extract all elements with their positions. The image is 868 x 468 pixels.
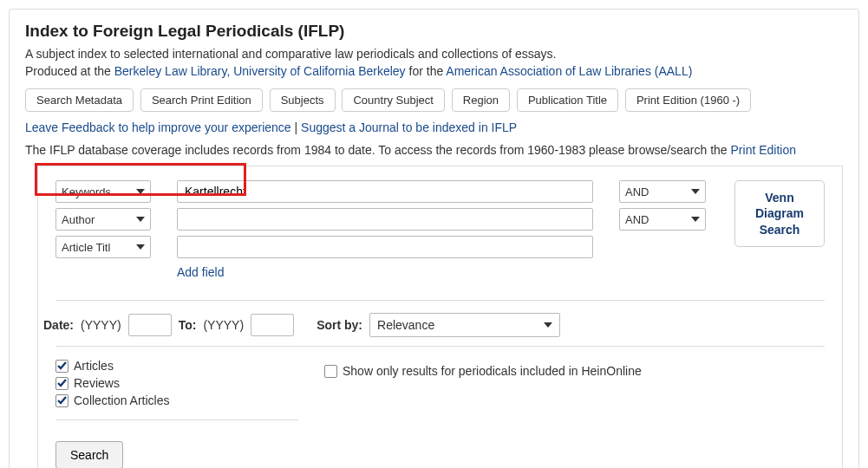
checkbox-articles[interactable]: Articles: [55, 359, 324, 373]
date-to-hint: (YYYY): [203, 318, 244, 332]
tab-search-metadata[interactable]: Search Metadata: [25, 88, 134, 112]
search-panel: Index to Foreign Legal Periodicals (IFLP…: [9, 9, 859, 468]
suggest-journal-link[interactable]: Suggest a Journal to be indexed in IFLP: [301, 120, 517, 134]
chevron-down-icon: [136, 244, 145, 250]
field-select-0-value: Keywords: [62, 185, 111, 198]
tab-search-print-edition[interactable]: Search Print Edition: [140, 88, 263, 112]
field-select-0[interactable]: Keywords: [55, 180, 151, 203]
operator-select-1[interactable]: AND: [619, 208, 706, 231]
divider: [55, 419, 298, 420]
search-row-2: Article Titl: [55, 236, 734, 258]
divider: [55, 300, 825, 301]
divider: [55, 346, 825, 347]
chevron-down-icon: [136, 217, 145, 222]
operator-select-0-value: AND: [625, 185, 649, 198]
desc-prefix: Produced at the: [25, 64, 114, 78]
tab-print-edition[interactable]: Print Edition (1960 -): [625, 88, 751, 112]
filters-row: Date: (YYYY) To: (YYYY) Sort by: Relevan…: [43, 313, 825, 337]
checkbox-reviews[interactable]: Reviews: [55, 376, 324, 390]
add-field-link[interactable]: Add field: [177, 265, 224, 279]
to-label: To:: [179, 318, 197, 332]
feedback-row: Leave Feedback to help improve your expe…: [25, 120, 843, 134]
checkbox-icon: [55, 394, 69, 407]
berkeley-link[interactable]: Berkeley Law Library, University of Cali…: [114, 64, 406, 78]
tab-publication-title[interactable]: Publication Title: [517, 88, 618, 112]
chevron-down-icon: [691, 189, 700, 194]
coverage-text: The IFLP database coverage includes reco…: [25, 143, 731, 157]
checkbox-icon: [55, 377, 69, 390]
checkbox-reviews-label: Reviews: [74, 376, 120, 390]
date-from-hint: (YYYY): [81, 318, 121, 332]
checkbox-hein-only[interactable]: Show only results for periodicals includ…: [324, 364, 642, 378]
date-from-input[interactable]: [128, 314, 172, 336]
chevron-down-icon: [544, 322, 552, 328]
leave-feedback-link[interactable]: Leave Feedback to help improve your expe…: [25, 120, 291, 134]
field-select-2-value: Article Titl: [62, 241, 110, 254]
date-label: Date:: [43, 318, 74, 332]
page-title: Index to Foreign Legal Periodicals (IFLP…: [25, 22, 843, 41]
field-select-1-value: Author: [62, 213, 95, 226]
search-row-1: Author AND: [55, 208, 734, 231]
checkbox-collection-articles[interactable]: Collection Articles: [55, 393, 324, 407]
checkbox-icon: [324, 365, 337, 378]
sort-by-select[interactable]: Relevance: [369, 313, 560, 337]
field-select-1[interactable]: Author: [55, 208, 151, 231]
tab-country-subject[interactable]: Country Subject: [342, 88, 445, 112]
chevron-down-icon: [136, 189, 145, 194]
tab-subjects[interactable]: Subjects: [270, 88, 336, 112]
tab-region[interactable]: Region: [452, 88, 510, 112]
search-input-1[interactable]: [177, 208, 593, 231]
sort-by-value: Relevance: [377, 318, 434, 332]
feedback-separator: |: [291, 120, 301, 134]
tab-bar: Search Metadata Search Print Edition Sub…: [25, 88, 843, 112]
desc-mid: for the: [406, 64, 447, 78]
sort-by-label: Sort by:: [317, 318, 362, 332]
chevron-down-icon: [691, 217, 700, 222]
venn-diagram-search-button[interactable]: Venn Diagram Search: [734, 180, 825, 247]
field-select-2[interactable]: Article Titl: [55, 236, 151, 258]
search-input-0[interactable]: [177, 180, 593, 203]
checkbox-section: Articles Reviews Collection Articles Sho…: [55, 359, 825, 411]
search-row-0: Keywords AND: [55, 180, 734, 203]
print-edition-link[interactable]: Print Edition: [731, 143, 796, 157]
description: A subject index to selected internationa…: [25, 46, 843, 80]
operator-select-1-value: AND: [625, 213, 649, 226]
checkbox-hein-only-label: Show only results for periodicals includ…: [343, 364, 642, 378]
desc-line1: A subject index to selected internationa…: [25, 47, 556, 61]
checkbox-collection-label: Collection Articles: [74, 393, 170, 407]
checkbox-articles-label: Articles: [74, 359, 114, 373]
aall-link[interactable]: American Association of Law Libraries (A…: [446, 64, 692, 78]
checkbox-icon: [55, 360, 69, 373]
advanced-search-form: Keywords AND Author: [37, 166, 843, 468]
date-to-input[interactable]: [251, 314, 294, 336]
search-button[interactable]: Search: [55, 441, 123, 468]
coverage-note: The IFLP database coverage includes reco…: [25, 143, 843, 157]
search-input-2[interactable]: [177, 236, 593, 258]
operator-select-0[interactable]: AND: [619, 180, 706, 203]
